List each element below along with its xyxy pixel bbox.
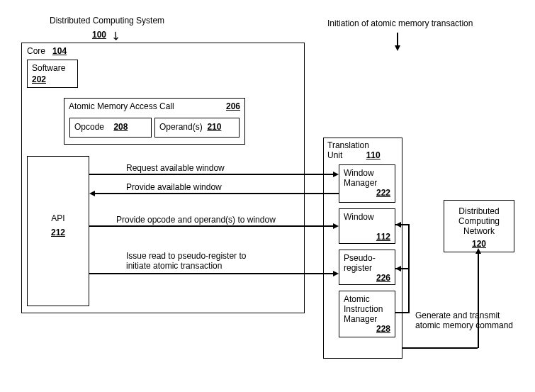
core-label: Core [27, 46, 45, 56]
tu-label-row1: Translation [327, 140, 369, 150]
dcn-label-2: Computing [449, 216, 509, 226]
api-label: API [32, 213, 84, 223]
wm-label-1: Window [344, 168, 390, 178]
operands-box: Operand(s) 210 [154, 118, 240, 138]
api-ref: 212 [32, 228, 84, 237]
core-title: Core 104 [27, 46, 67, 56]
dcn-label-3: Network [449, 226, 509, 236]
aim-ref: 228 [344, 324, 390, 334]
opcode-label: Opcode [74, 122, 104, 132]
system-arrow-glyph: ↘ [108, 27, 124, 43]
tu-title-row: Translation Unit 110 [327, 140, 381, 160]
dcn-box: Distributed Computing Network 120 [444, 200, 514, 252]
amac-ref: 206 [226, 101, 240, 111]
software-ref: 202 [32, 74, 73, 84]
software-label: Software [32, 63, 73, 73]
gen-label: Generate and transmit atomic memory comm… [415, 310, 513, 330]
aim-out-v [478, 252, 479, 348]
dcn-label-1: Distributed [449, 206, 509, 216]
pr-box: Pseudo- register 226 [339, 250, 395, 285]
opcode-box: Opcode 208 [69, 118, 152, 138]
prov-arrow-head [89, 191, 95, 196]
window-box: Window 112 [339, 208, 395, 244]
system-title: Distributed Computing System [50, 16, 164, 26]
window-ref: 112 [344, 232, 390, 242]
core-ref: 104 [52, 46, 67, 56]
pr-ref: 226 [344, 273, 390, 283]
prov-arrow-line [95, 193, 339, 194]
operands-ref: 210 [207, 122, 221, 132]
operands-label: Operand(s) [159, 122, 203, 132]
issue-label: Issue read to pseudo-register toinitiate… [126, 251, 246, 271]
api-box: API 212 [27, 156, 89, 306]
window-label: Window [344, 212, 390, 222]
aim-out-h [402, 347, 478, 349]
pr-label-1: Pseudo- [344, 253, 390, 263]
system-label: Distributed Computing System [50, 16, 164, 26]
issue-arrow-line [89, 273, 337, 274]
req-arrow-line [89, 174, 337, 175]
req-label: Request available window [126, 163, 225, 173]
pr-label-2: register [344, 263, 390, 273]
dcn-ref: 120 [449, 239, 509, 249]
init-arrow-head [395, 45, 400, 51]
pr-spur-head [395, 266, 401, 271]
tu-spine [408, 224, 410, 312]
aim-label-2: Instruction [344, 304, 390, 314]
tu-ref: 110 [366, 150, 381, 160]
tu-label-row2: Unit [327, 150, 342, 160]
gen-line1: Generate and transmit [415, 310, 513, 320]
wm-label-2: Manager [344, 178, 390, 188]
req-arrow-head [333, 172, 339, 177]
issue-arrow-head [333, 271, 339, 276]
w-spur-head [395, 222, 401, 228]
provop-arrow-head [333, 223, 339, 229]
provop-label: Provide opcode and operand(s) to window [116, 215, 276, 225]
provop-arrow-line [89, 225, 337, 227]
aim-spur [395, 312, 410, 313]
gen-line2: atomic memory command [415, 320, 513, 330]
init-label: Initiation of atomic memory transaction [327, 18, 473, 28]
wm-box: Window Manager 222 [339, 164, 395, 203]
amac-label: Atomic Memory Access Call [69, 101, 174, 111]
aim-label-3: Manager [344, 314, 390, 324]
prov-label: Provide available window [126, 182, 222, 192]
system-ref: 100 [92, 30, 106, 40]
aim-out-head [475, 248, 481, 254]
init-arrow-line [397, 33, 398, 47]
software-box: Software 202 [27, 60, 78, 88]
aim-label-1: Atomic [344, 294, 390, 304]
opcode-ref: 208 [113, 122, 128, 132]
aim-box: Atomic Instruction Manager 228 [339, 291, 395, 337]
wm-ref: 222 [344, 188, 390, 198]
system-ref-row: 100 ↘ [92, 27, 118, 40]
